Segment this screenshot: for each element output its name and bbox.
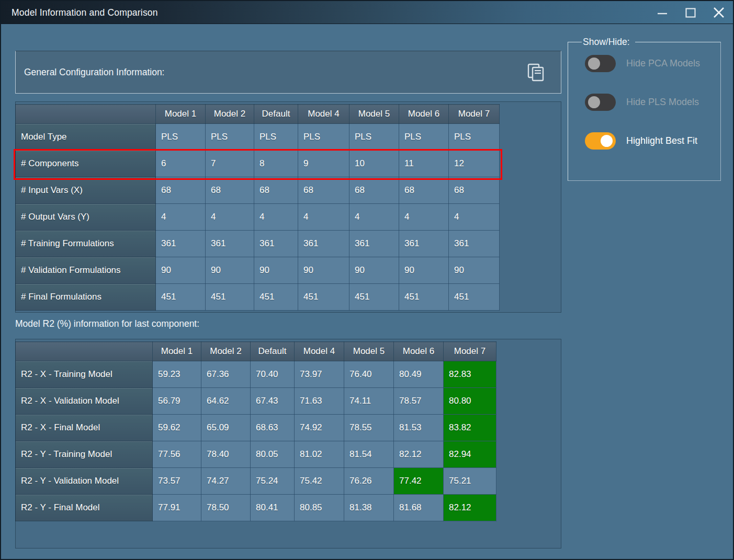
table-row: # Input Vars (X)68686868686868 [16,177,500,204]
column-header: Model 4 [298,105,349,124]
toggle-list: Hide PCA ModelsHide PLS ModelsHighlight … [585,55,720,150]
general-config-bar: General Configuration Information: [15,51,561,94]
row-label: # Input Vars (X) [16,177,156,204]
column-header: Model 6 [399,105,449,124]
toggle-knob [601,135,613,147]
copy-button[interactable] [525,62,547,84]
show-hide-label: Show/Hide: [582,37,635,48]
column-header: Model 2 [201,342,251,361]
value-cell: 7 [206,151,254,177]
value-cell: 80.85 [295,495,344,521]
value-cell: 78.57 [394,388,444,415]
value-cell: 68 [254,177,298,204]
column-header: Model 5 [349,105,399,124]
row-label: # Training Formulations [16,231,156,257]
value-cell: 361 [156,231,206,257]
column-header: Model 7 [449,105,500,124]
general-config-label: General Configuration Information: [24,51,164,93]
value-cell: PLS [254,124,298,151]
config-table-panel: Model 1Model 2DefaultModel 4Model 5Model… [15,101,561,313]
value-cell: 65.09 [201,415,251,441]
value-cell: 81.54 [344,441,394,468]
table-row: R2 - X - Validation Model56.7964.6267.43… [16,388,496,415]
value-cell: 451 [206,284,254,311]
row-label: # Validation Formulations [16,257,156,284]
value-cell: 75.42 [295,468,344,495]
value-cell: 77.42 [394,468,444,495]
value-cell: 451 [254,284,298,311]
value-cell: 81.02 [295,441,344,468]
window-controls [652,1,729,24]
value-cell: PLS [298,124,349,151]
toggle-label: Hide PCA Models [626,58,700,69]
value-cell: 361 [298,231,349,257]
close-icon [713,6,725,19]
value-cell: 75.24 [251,468,295,495]
value-cell: 90 [254,257,298,284]
value-cell: PLS [449,124,500,151]
value-cell: 68 [298,177,349,204]
toggle-knob [588,58,600,70]
value-cell: 83.82 [444,415,496,441]
table-row: R2 - Y - Final Model77.9178.5080.4180.85… [16,495,496,521]
value-cell: 68 [206,177,254,204]
value-cell: 74.92 [295,415,344,441]
table-row: R2 - X - Training Model59.2367.3670.4073… [16,361,496,388]
value-cell: 75.21 [444,468,496,495]
value-cell: 76.40 [344,361,394,388]
value-cell: 4 [298,204,349,231]
value-cell: 80.41 [251,495,295,521]
value-cell: 90 [156,257,206,284]
value-cell: 56.79 [153,388,201,415]
row-label: R2 - Y - Final Model [16,495,153,521]
value-cell: 78.50 [201,495,251,521]
column-header: Model 5 [344,342,394,361]
value-cell: 90 [206,257,254,284]
value-cell: 59.23 [153,361,201,388]
maximize-button[interactable] [681,3,701,22]
value-cell: 68 [349,177,399,204]
value-cell: 6 [156,151,206,177]
table-row: R2 - Y - Validation Model73.5774.2775.24… [16,468,496,495]
toggle-row-hide-pca-models: Hide PCA Models [585,55,720,72]
value-cell: 68 [449,177,500,204]
column-header: Model 2 [206,105,254,124]
value-cell: 361 [449,231,500,257]
value-cell: 90 [298,257,349,284]
value-cell: 4 [349,204,399,231]
value-cell: 78.40 [201,441,251,468]
toggle-switch[interactable] [585,55,616,72]
value-cell: 8 [254,151,298,177]
value-cell: 451 [449,284,500,311]
row-label: R2 - X - Training Model [16,361,153,388]
toggle-switch[interactable] [585,94,616,111]
value-cell: 12 [449,151,500,177]
value-cell: PLS [399,124,449,151]
value-cell: 77.91 [153,495,201,521]
toggle-switch[interactable] [585,132,616,150]
value-cell: 451 [349,284,399,311]
table-row: # Output Vars (Y)4444444 [16,204,500,231]
value-cell: 78.55 [344,415,394,441]
minimize-button[interactable] [652,3,672,22]
value-cell: 64.62 [201,388,251,415]
row-label: R2 - X - Final Model [16,415,153,441]
toggle-label: Highlight Best Fit [626,135,697,146]
value-cell: 80.05 [251,441,295,468]
r2-comparison-table: Model 1Model 2DefaultModel 4Model 5Model… [15,341,496,521]
title-bar: Model Information and Comparison [1,1,733,24]
value-cell: 77.56 [153,441,201,468]
value-cell: PLS [349,124,399,151]
close-button[interactable] [709,3,729,22]
minimize-icon [657,7,668,18]
toggle-row-hide-pls-models: Hide PLS Models [585,94,720,111]
value-cell: 68.63 [251,415,295,441]
column-header: Model 7 [444,342,496,361]
value-cell: 4 [449,204,500,231]
corner-header [16,105,156,124]
row-label: # Output Vars (Y) [16,204,156,231]
toggle-knob [588,96,600,108]
value-cell: 73.97 [295,361,344,388]
value-cell: 11 [399,151,449,177]
table-row: Model TypePLSPLSPLSPLSPLSPLSPLS [16,124,500,151]
